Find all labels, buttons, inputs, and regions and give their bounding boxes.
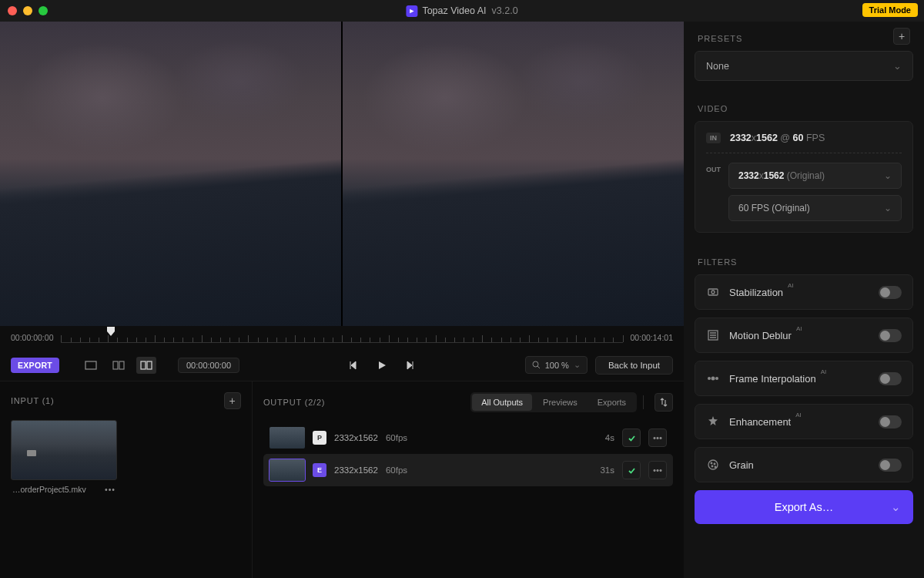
motion-deblur-icon: [706, 328, 720, 342]
play-button[interactable]: [370, 355, 393, 375]
export-as-button[interactable]: Export As… ⌄: [695, 490, 913, 524]
timeline-end: 00:00:14:01: [631, 333, 673, 342]
output-thumbnail: [270, 427, 305, 449]
output-menu-button[interactable]: •••: [648, 428, 667, 447]
controls-bar: EXPORT 00:00:00:00 100 % ⌄ Back to Input: [0, 349, 684, 381]
window-controls: [8, 6, 48, 15]
chevron-down-icon: ⌄: [884, 170, 892, 181]
maximize-window-button[interactable]: [38, 6, 48, 15]
back-to-input-button[interactable]: Back to Input: [595, 356, 673, 375]
svg-point-15: [711, 462, 712, 464]
timeline[interactable]: 00:00:00:00 00:00:14:01: [0, 326, 684, 349]
preview-output[interactable]: [343, 22, 684, 326]
out-badge: OUT: [706, 163, 721, 221]
minimize-window-button[interactable]: [23, 6, 32, 15]
output-row[interactable]: P 2332x1562 60fps 4s •••: [263, 422, 673, 454]
filter-grain[interactable]: Grain: [695, 447, 913, 482]
chevron-down-icon: ⌄: [884, 203, 892, 213]
chevron-down-icon: ⌄: [891, 501, 901, 513]
prev-frame-button[interactable]: [343, 355, 366, 375]
svg-rect-1: [113, 361, 118, 369]
svg-point-12: [711, 377, 715, 381]
sidebar: PRESETS + None ⌄ VIDEO IN 2332x1562 @ 60…: [684, 22, 924, 578]
output-resolution: 2332x1562: [334, 465, 378, 475]
in-badge: IN: [706, 133, 721, 143]
preset-select[interactable]: None ⌄: [695, 51, 913, 81]
output-duration: 31s: [600, 465, 614, 475]
timeline-ruler[interactable]: [61, 332, 622, 343]
tab-exports[interactable]: Exports: [588, 394, 635, 411]
svg-point-5: [533, 361, 538, 367]
output-done-button[interactable]: [622, 461, 641, 479]
toggle-switch[interactable]: [879, 329, 902, 342]
export-button[interactable]: EXPORT: [11, 358, 59, 373]
output-panel-title: OUTPUT (2/2): [263, 398, 325, 407]
toggle-switch[interactable]: [879, 372, 902, 385]
output-thumbnail: [270, 459, 305, 481]
svg-rect-8: [708, 289, 718, 295]
filters-label: FILTERS: [684, 245, 924, 274]
output-resolution-select[interactable]: 2332x1562 (Original) ⌄: [728, 163, 902, 189]
svg-point-14: [708, 460, 718, 469]
output-resolution: 2332x1562: [334, 433, 378, 442]
presets-label: PRESETS: [698, 22, 742, 51]
output-tabs: All Outputs Previews Exports: [470, 392, 637, 412]
sort-button[interactable]: [654, 393, 673, 412]
output-menu-button[interactable]: •••: [648, 461, 667, 479]
stabilization-icon: [706, 285, 720, 299]
toggle-switch[interactable]: [879, 286, 902, 299]
sort-icon: [660, 398, 668, 407]
output-fps: 60fps: [386, 433, 407, 442]
output-done-button[interactable]: [622, 428, 641, 447]
filter-motion-deblur[interactable]: Motion DeblurAI: [695, 318, 913, 353]
toggle-switch[interactable]: [879, 415, 902, 428]
view-split-icon[interactable]: [109, 357, 129, 374]
input-thumbnail: [11, 420, 117, 480]
svg-rect-3: [141, 361, 146, 369]
input-resolution: 2332x1562 @ 60 FPS: [730, 133, 825, 143]
svg-rect-0: [85, 361, 96, 369]
svg-point-18: [715, 466, 716, 468]
input-panel-title: INPUT (1): [11, 396, 55, 405]
filter-stabilization[interactable]: StabilizationAI: [695, 274, 913, 310]
add-preset-button[interactable]: +: [893, 28, 910, 45]
next-frame-button[interactable]: [398, 355, 421, 375]
app-title: Topaz Video AI v3.2.0: [406, 5, 517, 17]
output-row[interactable]: E 2332x1562 60fps 31s •••: [263, 454, 673, 486]
input-panel: INPUT (1) + …orderProject5.mkv •••: [0, 381, 253, 578]
input-clip[interactable]: …orderProject5.mkv •••: [11, 420, 117, 494]
output-fps: 60fps: [386, 465, 407, 475]
svg-rect-4: [147, 361, 152, 369]
view-side-by-side-icon[interactable]: [136, 357, 156, 374]
tab-all-outputs[interactable]: All Outputs: [472, 394, 532, 411]
svg-rect-2: [119, 361, 124, 369]
timeline-start: 00:00:00:00: [11, 333, 53, 342]
input-more-button[interactable]: •••: [105, 485, 116, 494]
enhancement-icon: [706, 415, 720, 428]
output-duration: 4s: [605, 433, 614, 442]
frame-interpolation-icon: [706, 371, 720, 385]
titlebar: Topaz Video AI v3.2.0 Trial Mode: [0, 0, 924, 22]
filter-frame-interpolation[interactable]: Frame InterpolationAI: [695, 361, 913, 396]
preview-input[interactable]: [0, 22, 341, 326]
svg-point-9: [711, 291, 715, 294]
add-input-button[interactable]: +: [224, 392, 241, 409]
svg-point-17: [711, 465, 713, 467]
svg-point-16: [714, 463, 715, 465]
toggle-switch[interactable]: [879, 459, 902, 472]
tab-previews[interactable]: Previews: [534, 394, 587, 411]
chevron-down-icon: ⌄: [893, 60, 902, 72]
svg-point-13: [715, 377, 718, 380]
output-fps-select[interactable]: 60 FPS (Original) ⌄: [728, 195, 902, 221]
video-info-card: IN 2332x1562 @ 60 FPS OUT 2332x1562 (Ori…: [695, 121, 913, 233]
zoom-select[interactable]: 100 % ⌄: [525, 356, 588, 374]
video-label: VIDEO: [684, 92, 924, 121]
export-badge: E: [313, 463, 326, 477]
close-window-button[interactable]: [8, 6, 17, 15]
svg-point-11: [708, 377, 711, 380]
timecode-display[interactable]: 00:00:00:00: [178, 358, 239, 373]
svg-line-6: [537, 366, 540, 368]
filter-enhancement[interactable]: EnhancementAI: [695, 404, 913, 439]
view-single-icon[interactable]: [81, 357, 101, 374]
trial-mode-badge[interactable]: Trial Mode: [862, 3, 918, 17]
